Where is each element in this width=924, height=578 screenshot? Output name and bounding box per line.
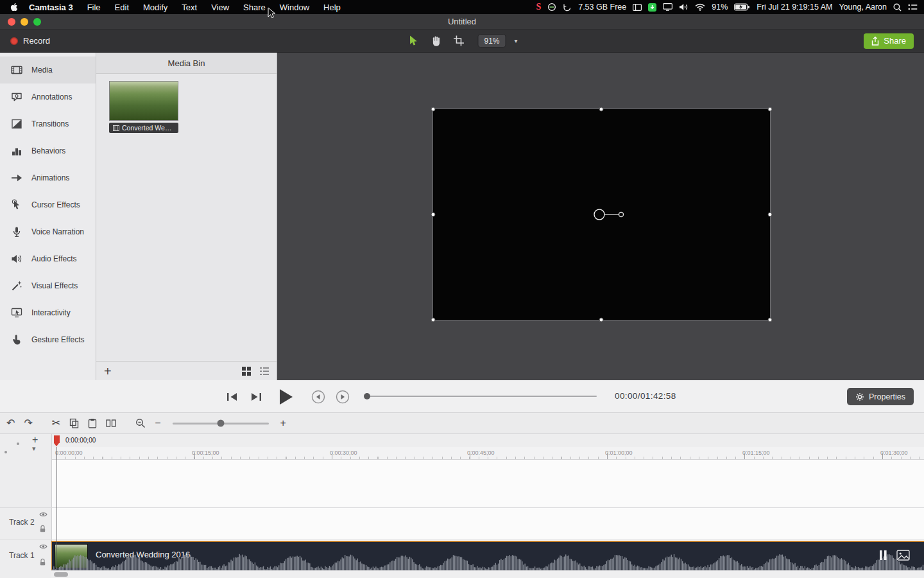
sidebar-item-animations[interactable]: Animations (0, 164, 96, 191)
sidebar-item-audio-effects[interactable]: Audio Effects (0, 245, 96, 272)
redo-button[interactable]: ↷ (24, 418, 32, 428)
playhead-line[interactable] (56, 447, 57, 570)
media-bin-title: Media Bin (96, 53, 277, 74)
paste-button[interactable] (88, 418, 97, 428)
sidebar-item-cursor-effects[interactable]: Cursor Effects (0, 191, 96, 218)
canvas-handle-s[interactable] (599, 318, 604, 322)
canvas-handle-se[interactable] (768, 318, 773, 322)
timeline-ruler[interactable]: 0:00:00;00 0:00:15;00 0:00:30;00 0:00:45… (51, 447, 924, 460)
zoom-dropdown[interactable]: 91% (477, 34, 506, 48)
sidebar-item-interactivity[interactable]: Interactivity (0, 299, 96, 326)
canvas-handle-n[interactable] (599, 107, 604, 112)
jump-back-button[interactable] (311, 390, 325, 404)
canvas-handle-ne[interactable] (768, 107, 773, 112)
menu-view[interactable]: View (204, 3, 236, 12)
playhead-handle[interactable] (54, 435, 60, 443)
play-button[interactable] (278, 389, 293, 405)
window-title-bar[interactable]: Untitled (0, 14, 924, 30)
zoom-slider-knob[interactable] (217, 420, 224, 427)
window-status-icon[interactable] (633, 4, 642, 11)
menu-file[interactable]: File (80, 3, 108, 12)
zoom-out-magnifier-icon[interactable] (135, 418, 146, 428)
undo-button[interactable]: ↶ (6, 418, 15, 428)
jump-forward-button[interactable] (336, 390, 350, 404)
wifi-status-icon[interactable] (695, 3, 705, 11)
cut-button[interactable]: ✂ (52, 418, 60, 428)
next-frame-button[interactable] (250, 392, 262, 402)
canvas-handle-nw[interactable] (431, 107, 436, 112)
zoom-caret-icon[interactable]: ▾ (515, 37, 518, 44)
backup-status-icon[interactable] (563, 3, 572, 12)
track-collapse-chevron[interactable]: ▾ (32, 445, 36, 452)
grid-view-button[interactable] (242, 367, 251, 376)
sidebar-item-gesture-effects[interactable]: Gesture Effects (0, 326, 96, 353)
updater-status-icon[interactable] (648, 3, 656, 12)
user-menu[interactable]: Young, Aaron (839, 3, 887, 12)
battery-icon[interactable] (734, 3, 750, 11)
timeline-zoom-slider[interactable] (173, 423, 269, 425)
pointer-tool-button[interactable] (406, 34, 420, 48)
menu-text[interactable]: Text (175, 3, 204, 12)
zoom-window-button[interactable] (33, 18, 41, 26)
canvas-handle-w[interactable] (431, 213, 436, 217)
clip-image-icon[interactable] (896, 550, 910, 561)
timeline-scrollbar[interactable] (51, 570, 924, 578)
split-button[interactable] (106, 419, 116, 428)
timeline-zoom-in-button[interactable]: + (280, 418, 286, 428)
sync-status-icon[interactable] (547, 3, 556, 12)
canvas-handle-e[interactable] (768, 213, 773, 217)
record-button[interactable]: Record (10, 36, 50, 46)
close-button[interactable] (8, 18, 15, 26)
record-label: Record (23, 36, 50, 46)
track-1-lock-toggle[interactable] (39, 558, 46, 566)
marker-dot-2[interactable] (17, 442, 19, 445)
annotations-icon (10, 91, 23, 103)
previous-frame-button[interactable] (226, 392, 238, 402)
scrubber-thumb[interactable] (364, 393, 370, 399)
add-track-button[interactable]: + (32, 435, 38, 445)
canvas-stage[interactable] (277, 53, 924, 380)
properties-button[interactable]: Properties (847, 388, 914, 405)
copy-button[interactable] (69, 418, 79, 428)
timeline-clip[interactable]: Converted Wedding 2016 (51, 541, 924, 570)
media-bin-item[interactable]: Converted We… (109, 81, 181, 133)
menu-help[interactable]: Help (316, 3, 348, 12)
battery-percent[interactable]: 91% (712, 3, 728, 12)
sidebar-item-transitions[interactable]: Transitions (0, 110, 96, 137)
list-view-button[interactable] (260, 367, 269, 375)
menu-clock[interactable]: Fri Jul 21 9:19:15 AM (757, 3, 832, 12)
pan-tool-button[interactable] (429, 34, 443, 48)
spotlight-icon[interactable] (893, 3, 902, 12)
marker-dot[interactable] (4, 451, 7, 453)
menu-edit[interactable]: Edit (108, 3, 136, 12)
apple-menu-icon[interactable] (6, 3, 22, 12)
sidebar-item-annotations[interactable]: Annotations (0, 83, 96, 110)
menu-share[interactable]: Share (236, 3, 273, 12)
canvas-handle-sw[interactable] (431, 318, 436, 322)
free-space-status[interactable]: 7.53 GB Free (578, 3, 626, 12)
sidebar-item-behaviors[interactable]: Behaviors (0, 137, 96, 164)
timeline-zoom-out-button[interactable]: − (155, 418, 160, 428)
animations-icon (10, 171, 23, 184)
add-media-button[interactable]: + (104, 366, 112, 376)
track-2-visibility-toggle[interactable] (39, 511, 47, 518)
crop-tool-button[interactable] (451, 34, 465, 48)
menu-window[interactable]: Window (273, 3, 316, 12)
display-status-icon[interactable] (663, 3, 672, 11)
volume-status-icon[interactable] (679, 3, 689, 11)
scrollbar-handle[interactable] (54, 572, 68, 577)
clip-pause-icon[interactable] (880, 550, 887, 560)
sidebar-item-media[interactable]: Media (0, 57, 96, 83)
menu-modify[interactable]: Modify (136, 3, 175, 12)
track-2-lock-toggle[interactable] (39, 525, 46, 532)
minimize-button[interactable] (21, 18, 28, 26)
track-1-visibility-toggle[interactable] (39, 543, 47, 550)
share-button[interactable]: Share (864, 33, 914, 49)
skitch-status-icon[interactable]: S (536, 3, 541, 12)
canvas-center-widget[interactable] (590, 204, 631, 225)
sidebar-item-voice-narration[interactable]: Voice Narration (0, 218, 96, 245)
notification-center-icon[interactable] (908, 4, 918, 11)
playback-scrubber[interactable] (366, 396, 597, 397)
sidebar-item-visual-effects[interactable]: Visual Effects (0, 272, 96, 299)
app-menu[interactable]: Camtasia 3 (22, 3, 80, 12)
